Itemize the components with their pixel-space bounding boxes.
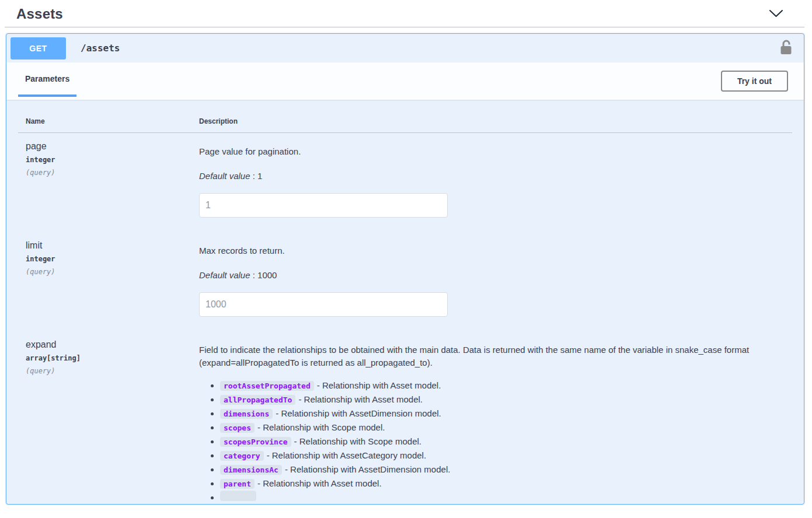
default-value-line: Default value : 1000 bbox=[199, 270, 792, 280]
default-value: 1000 bbox=[257, 270, 277, 280]
list-item: dimensions- Relationship with AssetDimen… bbox=[220, 407, 792, 421]
http-method-badge[interactable]: GET bbox=[11, 37, 66, 60]
param-location: (query) bbox=[26, 169, 199, 177]
list-item: rootAssetPropagated- Relationship with A… bbox=[220, 379, 792, 393]
endpoint-path: /assets bbox=[81, 43, 120, 54]
param-name: limit bbox=[26, 240, 199, 251]
param-row-page: page integer (query) Page value for pagi… bbox=[18, 133, 792, 232]
option-text: - Relationship with Scope model. bbox=[257, 422, 385, 432]
list-item: scopes- Relationship with Scope model. bbox=[220, 421, 792, 435]
page-title: Assets bbox=[16, 6, 63, 22]
option-text: - Relationship with Scope model. bbox=[294, 436, 421, 446]
collapse-button[interactable] bbox=[768, 7, 784, 22]
column-header-description: Description bbox=[199, 117, 792, 132]
option-code: scopesProvince bbox=[220, 437, 291, 447]
parameters-section-header: Parameters Try it out bbox=[6, 62, 804, 100]
param-description: Page value for pagination. bbox=[199, 145, 783, 158]
option-text: - Relationship with AssetCategory model. bbox=[267, 450, 426, 460]
param-name: expand bbox=[26, 340, 199, 350]
tag-header[interactable]: Assets bbox=[5, 0, 804, 27]
param-name-cell: page integer (query) bbox=[18, 133, 199, 232]
default-value-label: Default value bbox=[199, 171, 250, 181]
option-text: - Relationship with Asset model. bbox=[257, 478, 382, 488]
parameters-table: Name Description page integer (query) Pa… bbox=[6, 100, 804, 504]
default-value-separator: : bbox=[253, 270, 255, 280]
default-value-separator: : bbox=[253, 171, 255, 181]
option-code: rootAssetPropagated bbox=[220, 381, 314, 391]
option-code: dimensionsAc bbox=[220, 465, 282, 475]
opblock-get-assets: GET /assets Parameters Try it out Name D… bbox=[6, 33, 804, 505]
option-text: - Relationship with Asset model. bbox=[317, 380, 441, 390]
param-name-cell: expand array[string] (query) bbox=[18, 331, 199, 504]
expand-options-list: rootAssetPropagated- Relationship with A… bbox=[199, 379, 792, 504]
param-type: integer bbox=[26, 156, 199, 164]
try-it-out-button[interactable]: Try it out bbox=[721, 71, 788, 92]
option-code: scopes bbox=[220, 423, 255, 433]
endpoint-summary[interactable]: GET /assets bbox=[6, 34, 804, 62]
param-description: Max records to return. bbox=[199, 244, 783, 257]
param-location: (query) bbox=[26, 367, 199, 375]
option-text: - Relationship with AssetDimension model… bbox=[276, 408, 441, 418]
list-item-truncated bbox=[220, 491, 792, 504]
option-text: - Relationship with Asset model. bbox=[298, 394, 423, 404]
option-code: dimensions bbox=[220, 409, 273, 419]
page-input[interactable] bbox=[199, 193, 448, 218]
param-description-cell: Field to indicate the relationships to b… bbox=[199, 331, 792, 504]
param-description-cell: Page value for pagination. Default value… bbox=[199, 133, 792, 232]
param-type: integer bbox=[26, 255, 199, 263]
tab-parameters-label: Parameters bbox=[25, 74, 69, 83]
code-chip-partial bbox=[220, 491, 256, 501]
list-item: dimensionsAc- Relationship with AssetDim… bbox=[220, 463, 792, 477]
default-value-line: Default value : 1 bbox=[199, 171, 792, 181]
column-header-name: Name bbox=[18, 117, 199, 132]
list-item: parent- Relationship with Asset model. bbox=[220, 477, 792, 491]
option-code: allPropagatedTo bbox=[220, 395, 295, 405]
param-name: page bbox=[26, 141, 199, 152]
unlocked-padlock-icon bbox=[780, 39, 792, 57]
tab-parameters[interactable]: Parameters bbox=[18, 62, 76, 97]
authorize-button[interactable] bbox=[780, 39, 792, 57]
param-row-limit: limit integer (query) Max records to ret… bbox=[18, 232, 792, 331]
option-text: - Relationship with AssetDimension model… bbox=[285, 464, 450, 474]
limit-input[interactable] bbox=[199, 292, 448, 317]
option-code: parent bbox=[220, 479, 255, 489]
param-row-expand: expand array[string] (query) Field to in… bbox=[18, 331, 792, 504]
list-item: allPropagatedTo- Relationship with Asset… bbox=[220, 393, 792, 407]
default-value: 1 bbox=[257, 171, 262, 181]
list-item: category- Relationship with AssetCategor… bbox=[220, 449, 792, 463]
option-code: category bbox=[220, 451, 264, 461]
param-description: Field to indicate the relationships to b… bbox=[199, 344, 783, 369]
param-name-cell: limit integer (query) bbox=[18, 232, 199, 331]
param-description-cell: Max records to return. Default value : 1… bbox=[199, 232, 792, 331]
table-header-row: Name Description bbox=[18, 100, 792, 133]
list-item: scopesProvince- Relationship with Scope … bbox=[220, 435, 792, 449]
chevron-down-icon bbox=[768, 7, 784, 22]
param-location: (query) bbox=[26, 268, 199, 276]
default-value-label: Default value bbox=[199, 270, 250, 280]
param-type: array[string] bbox=[26, 354, 199, 362]
